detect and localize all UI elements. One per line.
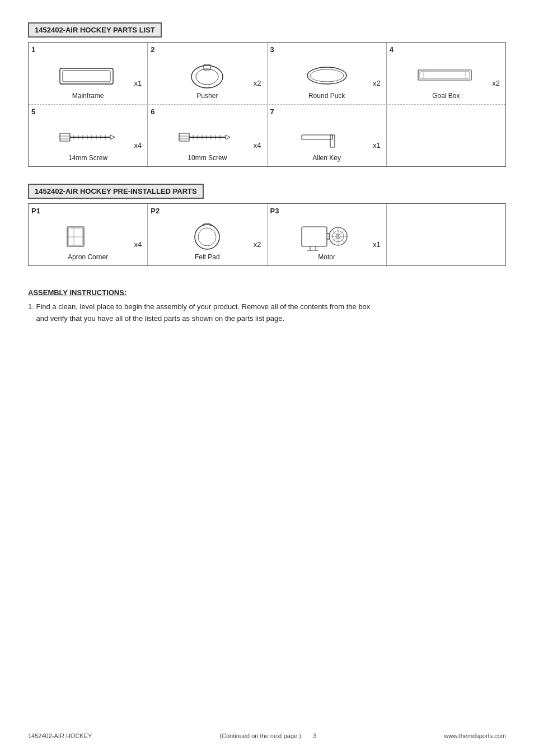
part-number-2: 2	[151, 45, 154, 54]
part-image-goalbox: · · · · · · · · · · · · · ·	[391, 57, 501, 94]
pre-installed-title: 1452402-AIR HOCKEY PRE-INSTALLED PARTS	[28, 184, 204, 199]
part-label-motor: Motor	[268, 253, 386, 261]
part-image-motor	[272, 218, 382, 255]
part-qty-p1: x4	[134, 240, 142, 249]
part-number-p3: P3	[270, 207, 279, 215]
part-cell-p1: P1 x4 Apron Corner	[29, 204, 148, 265]
part-cell-7: 7 x1 Allen Key	[268, 105, 387, 166]
svg-text:· · · · · · · · · · · · · ·: · · · · · · · · · · · · · ·	[427, 74, 504, 77]
svg-rect-41	[68, 228, 83, 245]
parts-grid: 1 x1 Mainframe 2	[28, 42, 506, 167]
part-cell-p3: P3	[268, 204, 387, 265]
parts-list-section: 1452402-AIR HOCKEY PARTS LIST 1 x1 Mainf…	[28, 22, 506, 167]
part-cell-5: 5	[29, 105, 148, 166]
part-image-14screw	[33, 119, 143, 156]
part-qty-2: x2	[254, 79, 261, 87]
pre-installed-section: 1452402-AIR HOCKEY PRE-INSTALLED PARTS P…	[28, 184, 506, 266]
part-qty-p2: x2	[254, 240, 261, 249]
svg-point-45	[198, 228, 216, 246]
part-image-pusher	[152, 57, 262, 94]
part-number-p2: P2	[151, 207, 160, 215]
part-image-feltpad	[152, 218, 262, 255]
part-image-puck	[272, 57, 382, 94]
part-qty-3: x2	[373, 79, 381, 87]
svg-rect-26	[179, 133, 189, 141]
footer-left: 1452402-AIR HOCKEY	[28, 732, 92, 739]
svg-point-6	[307, 67, 346, 84]
part-label-goalbox: Goal Box	[387, 92, 505, 100]
assembly-step-1: 1. Find a clean, level place to begin th…	[28, 301, 504, 325]
page-number: 3	[313, 732, 316, 739]
pre-installed-row: P1 x4 Apron Corner P2	[29, 204, 505, 265]
part-cell-p2: P2 x2 Felt Pad	[148, 204, 267, 265]
part-qty-6: x4	[254, 141, 261, 150]
part-number-6: 6	[151, 108, 154, 116]
part-qty-p3: x1	[373, 240, 381, 249]
footer-right: www.themdsports.com	[444, 732, 506, 739]
footer-center: (Continued on the next page.) 3	[219, 732, 316, 739]
svg-rect-40	[67, 227, 84, 246]
part-label-pusher: Pusher	[148, 92, 266, 100]
part-label-mainframe: Mainframe	[29, 92, 147, 100]
part-cell-empty	[387, 105, 505, 166]
part-image-mainframe	[33, 57, 143, 94]
part-label-10screw: 10mm Screw	[148, 154, 266, 162]
svg-rect-38	[302, 135, 332, 139]
svg-point-44	[195, 225, 219, 249]
pre-installed-grid: P1 x4 Apron Corner P2	[28, 203, 506, 266]
part-label-apron: Apron Corner	[29, 253, 147, 261]
page-footer: 1452402-AIR HOCKEY (Continued on the nex…	[28, 732, 506, 739]
part-qty-5: x4	[134, 141, 142, 150]
part-label-allenkey: Allen Key	[268, 154, 386, 162]
svg-marker-37	[226, 135, 230, 139]
part-label-14screw: 14mm Screw	[29, 154, 147, 162]
part-cell-3: 3 x2 Round Puck	[268, 43, 387, 104]
part-number-p1: P1	[31, 207, 40, 215]
svg-rect-1	[63, 71, 110, 82]
part-cell-p-empty	[387, 204, 505, 265]
svg-point-4	[196, 69, 218, 85]
part-qty-4: x2	[492, 79, 500, 87]
part-cell-1: 1 x1 Mainframe	[29, 43, 148, 104]
assembly-title: ASSEMBLY INSTRUCTIONS:	[28, 288, 506, 297]
part-number-7: 7	[270, 108, 274, 116]
part-number-1: 1	[31, 45, 35, 54]
parts-list-title: 1452402-AIR HOCKEY PARTS LIST	[28, 22, 162, 38]
parts-row-2: 5	[29, 105, 505, 166]
svg-point-7	[310, 69, 344, 82]
part-cell-4: 4 · · · · · · · · · · · · · · x2 Goal Bo…	[387, 43, 505, 104]
part-image-apron	[33, 218, 143, 255]
part-number-3: 3	[270, 45, 274, 54]
part-image-10screw	[152, 119, 262, 156]
svg-rect-13	[60, 133, 70, 141]
part-cell-2: 2 x2 Pusher	[148, 43, 267, 104]
svg-marker-25	[110, 135, 115, 139]
part-number-5: 5	[31, 108, 35, 116]
parts-row-1: 1 x1 Mainframe 2	[29, 43, 505, 105]
part-image-allenkey	[272, 119, 382, 156]
part-qty-7: x1	[373, 141, 381, 150]
part-number-4: 4	[390, 45, 394, 54]
svg-rect-46	[302, 227, 327, 246]
part-cell-6: 6	[148, 105, 267, 166]
assembly-section: ASSEMBLY INSTRUCTIONS: 1. Find a clean, …	[28, 288, 506, 325]
part-label-puck: Round Puck	[268, 92, 386, 100]
part-qty-1: x1	[134, 79, 142, 87]
part-label-feltpad: Felt Pad	[148, 253, 266, 261]
